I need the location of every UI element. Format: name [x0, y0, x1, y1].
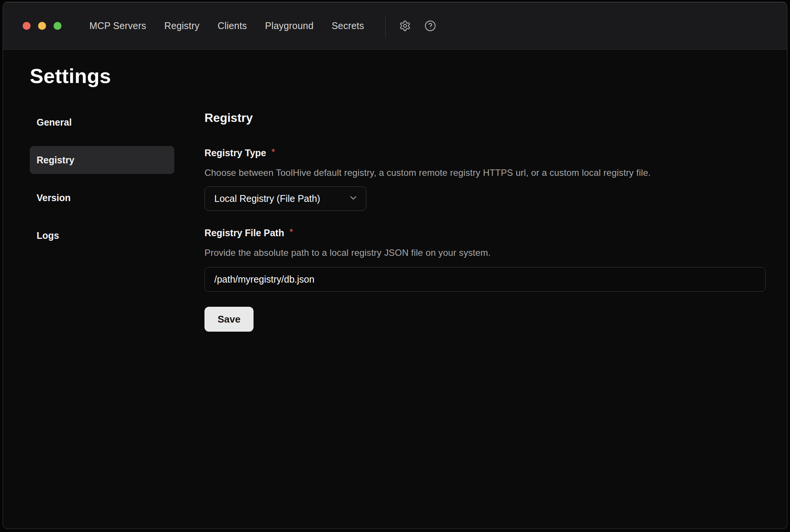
page-title: Settings: [30, 64, 787, 88]
sidebar-item-registry[interactable]: Registry: [30, 146, 174, 174]
traffic-lights: [23, 22, 61, 30]
registry-type-select[interactable]: Local Registry (File Path): [204, 186, 366, 211]
registry-file-path-description: Provide the absolute path to a local reg…: [204, 248, 765, 258]
nav-item-registry[interactable]: Registry: [164, 20, 199, 31]
titlebar: MCP Servers Registry Clients Playground …: [3, 2, 787, 50]
zoom-window-button[interactable]: [54, 22, 61, 30]
nav-item-secrets[interactable]: Secrets: [332, 20, 364, 31]
required-asterisk: *: [271, 147, 275, 157]
settings-gear-icon[interactable]: [399, 20, 411, 32]
close-window-button[interactable]: [23, 22, 31, 30]
top-navigation: MCP Servers Registry Clients Playground …: [89, 20, 364, 31]
registry-type-selected-value: Local Registry (File Path): [214, 193, 320, 204]
nav-item-playground[interactable]: Playground: [265, 20, 314, 31]
nav-item-mcp-servers[interactable]: MCP Servers: [89, 20, 146, 31]
nav-item-clients[interactable]: Clients: [218, 20, 247, 31]
sidebar-item-logs[interactable]: Logs: [30, 221, 174, 249]
sidebar-item-general[interactable]: General: [30, 108, 174, 136]
topbar-divider: [385, 15, 386, 37]
app-window: MCP Servers Registry Clients Playground …: [3, 2, 787, 529]
registry-type-label: Registry Type: [204, 148, 266, 158]
minimize-window-button[interactable]: [38, 22, 46, 30]
registry-file-path-label: Registry File Path: [204, 228, 284, 238]
section-title: Registry: [204, 111, 765, 125]
chevron-down-icon: [348, 193, 358, 204]
save-button[interactable]: Save: [204, 307, 254, 332]
settings-sidebar: General Registry Version Logs: [30, 108, 174, 332]
registry-settings-panel: Registry Registry Type * Choose between …: [204, 108, 765, 332]
sidebar-item-version[interactable]: Version: [30, 184, 174, 212]
help-icon[interactable]: [424, 20, 436, 32]
required-asterisk: *: [289, 227, 293, 237]
registry-file-path-input[interactable]: [204, 267, 765, 292]
registry-type-description: Choose between ToolHive default registry…: [204, 168, 765, 178]
